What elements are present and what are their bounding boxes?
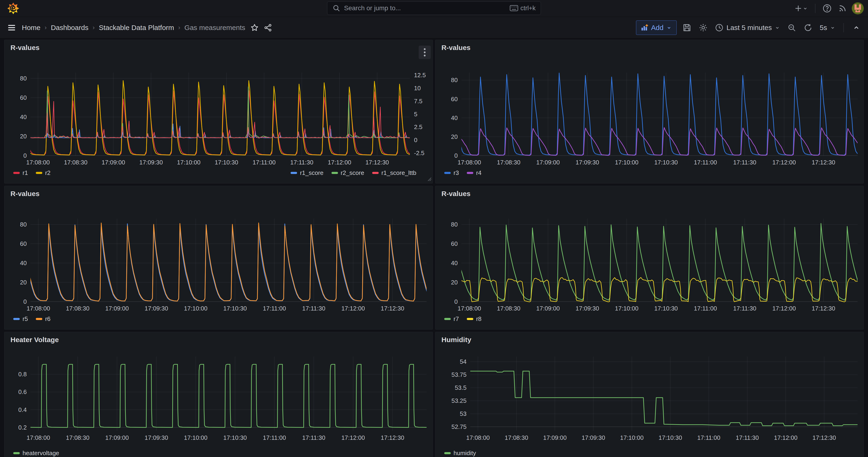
legend-item-r8[interactable]: r8	[467, 315, 482, 323]
legend-label: r7	[454, 315, 459, 323]
legend-label: r4	[476, 169, 482, 177]
x-axis-tick-label: 17:10:00	[184, 305, 207, 312]
x-axis-tick-label: 17:08:30	[64, 159, 87, 166]
legend-label: r2	[45, 169, 51, 177]
panel-r-values-3: R-values 17:08:0017:08:3017:09:0017:09:3…	[4, 186, 433, 330]
x-axis-tick-label: 17:08:30	[505, 434, 528, 441]
legend-label: r1	[23, 169, 28, 177]
news-rss-button[interactable]	[836, 2, 848, 14]
panel-title[interactable]: R-values	[10, 44, 39, 52]
legend-item-r5[interactable]: r5	[13, 315, 28, 323]
legend: r7r8	[435, 315, 864, 323]
legend-item-r1_score_lttb[interactable]: r1_score_lttb	[372, 169, 416, 177]
x-axis-tick-label: 17:12:30	[812, 159, 835, 166]
legend-swatch	[36, 172, 42, 174]
kebab-icon	[423, 48, 426, 57]
x-axis-tick-label: 17:10:30	[215, 159, 238, 166]
chevron-down-icon	[802, 6, 808, 11]
menu-toggle-button[interactable]	[6, 22, 18, 34]
dashboard-settings-button[interactable]	[697, 22, 709, 34]
y-axis-tick-label: 40	[20, 260, 27, 267]
time-series-chart[interactable]: 17:08:0017:08:3017:09:0017:09:3017:10:00…	[435, 40, 864, 183]
breadcrumb-current: Gas measurements	[184, 24, 245, 32]
x-axis-tick-label: 17:10:30	[654, 305, 678, 312]
legend-item-r4[interactable]: r4	[467, 169, 482, 177]
x-axis-tick-label: 17:08:00	[27, 305, 50, 312]
search-icon	[333, 4, 340, 12]
legend-item-r2[interactable]: r2	[36, 169, 51, 177]
legend-item-r3[interactable]: r3	[444, 169, 459, 177]
x-axis-tick-label: 17:09:30	[139, 159, 163, 166]
time-series-chart[interactable]: 17:08:0017:08:3017:09:0017:09:3017:10:00…	[435, 332, 864, 457]
x-axis-tick-label: 17:09:30	[582, 434, 605, 441]
panel-title[interactable]: R-values	[10, 190, 39, 198]
legend-item-heatervoltage[interactable]: heatervoltage	[13, 450, 59, 457]
x-axis-tick-label: 17:12:30	[381, 434, 404, 441]
legend-label: r6	[45, 315, 51, 323]
y-axis-tick-label: 53	[460, 410, 467, 417]
x-axis-tick-label: 17:08:00	[458, 305, 481, 312]
search-input[interactable]: Search or jump to... ctrl+k	[327, 1, 541, 15]
x-axis-tick-label: 17:08:30	[497, 159, 521, 166]
series-line-heatervoltage	[14, 364, 433, 427]
x-axis-tick-label: 17:12:30	[812, 434, 836, 441]
legend: humidity	[435, 450, 864, 457]
resize-handle[interactable]	[427, 176, 432, 182]
series-line-r7	[451, 223, 864, 301]
favorite-star-button[interactable]	[248, 22, 260, 34]
legend-label: humidity	[454, 450, 476, 457]
legend-item-r1_score[interactable]: r1_score	[290, 169, 323, 177]
collapse-toolbar-button[interactable]	[850, 22, 862, 34]
panel-title[interactable]: R-values	[441, 44, 470, 52]
legend-item-humidity[interactable]: humidity	[444, 450, 476, 457]
legend-swatch	[372, 172, 379, 174]
chevron-down-icon	[830, 25, 835, 30]
legend-swatch	[467, 172, 473, 174]
chevron-down-icon	[775, 25, 780, 30]
legend-item-r7[interactable]: r7	[444, 315, 459, 323]
share-button[interactable]	[262, 22, 274, 34]
legend-item-r2_score[interactable]: r2_score	[332, 169, 364, 177]
time-series-chart[interactable]: 17:08:0017:08:3017:09:0017:09:3017:10:00…	[4, 40, 433, 183]
breadcrumb-home[interactable]: Home	[22, 24, 40, 32]
x-axis-tick-label: 17:12:00	[341, 305, 365, 312]
breadcrumb-folder[interactable]: Stackable Data Platform	[99, 24, 174, 32]
y-axis-tick-label: 0	[455, 152, 458, 159]
y-axis-tick-label: 20	[451, 133, 458, 140]
time-series-chart[interactable]: 17:08:0017:08:3017:09:0017:09:3017:10:00…	[4, 186, 433, 330]
panel-title[interactable]: Heater Voltage	[10, 336, 59, 344]
y-axis-tick-label: 80	[451, 221, 458, 228]
save-dashboard-button[interactable]	[681, 22, 693, 34]
x-axis-tick-label: 17:10:30	[654, 159, 678, 166]
legend-item-r6[interactable]: r6	[36, 315, 51, 323]
legend-label: r8	[476, 315, 482, 323]
panel-title[interactable]: R-values	[441, 190, 470, 198]
time-series-chart[interactable]: 17:08:0017:08:3017:09:0017:09:3017:10:00…	[435, 186, 864, 330]
clock-icon	[715, 23, 724, 32]
help-button[interactable]	[821, 2, 833, 14]
user-avatar[interactable]	[852, 2, 864, 14]
x-axis-tick-label: 17:11:30	[736, 434, 759, 441]
time-range-picker[interactable]: Last 5 minutes	[713, 23, 781, 32]
legend-swatch	[332, 172, 338, 174]
grafana-logo[interactable]	[7, 2, 20, 14]
legend-swatch	[444, 172, 451, 174]
new-dropdown-button[interactable]	[793, 2, 809, 14]
zoom-out-button[interactable]	[786, 22, 798, 34]
refresh-interval-picker[interactable]: 5s	[818, 24, 837, 32]
legend-item-r1[interactable]: r1	[13, 169, 28, 177]
y-axis-tick-label: 52.75	[452, 423, 467, 430]
refresh-button[interactable]	[802, 22, 814, 34]
legend-swatch	[467, 318, 473, 320]
y-axis-tick-label: 60	[451, 240, 458, 247]
y-axis-right-tick-label: 0	[414, 136, 417, 144]
y-axis-tick-label: 80	[20, 75, 27, 82]
breadcrumb: Home › Dashboards › Stackable Data Platf…	[22, 24, 245, 32]
panel-menu-button[interactable]	[418, 45, 431, 59]
x-axis-tick-label: 17:09:00	[543, 434, 566, 441]
panel-title[interactable]: Humidity	[441, 336, 471, 344]
time-series-chart[interactable]: 17:08:0017:08:3017:09:0017:09:3017:10:00…	[4, 332, 433, 457]
breadcrumb-dashboards[interactable]: Dashboards	[51, 24, 89, 32]
x-axis-tick-label: 17:11:30	[302, 305, 325, 312]
add-button[interactable]: Add	[636, 21, 677, 35]
